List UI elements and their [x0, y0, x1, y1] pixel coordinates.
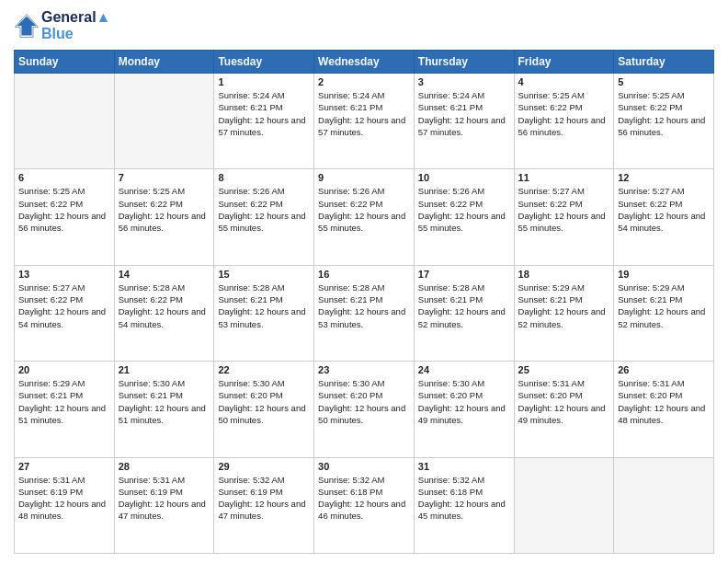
sunset: Sunset: 6:18 PM: [418, 487, 483, 497]
sunset: Sunset: 6:19 PM: [218, 487, 282, 497]
sunset: Sunset: 6:21 PM: [318, 294, 382, 304]
day-info: Sunrise: 5:32 AMSunset: 6:18 PMDaylight:…: [418, 474, 510, 523]
week-row-3: 13Sunrise: 5:27 AMSunset: 6:22 PMDayligh…: [15, 265, 714, 361]
day-info: Sunrise: 5:28 AMSunset: 6:21 PMDaylight:…: [418, 282, 510, 330]
sunrise: Sunrise: 5:31 AM: [518, 378, 585, 388]
calendar-cell: 11Sunrise: 5:27 AMSunset: 6:22 PMDayligh…: [514, 169, 614, 265]
calendar-cell: 13Sunrise: 5:27 AMSunset: 6:22 PMDayligh…: [15, 265, 115, 361]
day-number: 29: [218, 461, 310, 472]
sunrise: Sunrise: 5:28 AM: [418, 282, 484, 293]
calendar-cell: 14Sunrise: 5:28 AMSunset: 6:22 PMDayligh…: [114, 265, 214, 361]
sunset: Sunset: 6:22 PM: [318, 199, 382, 209]
sunset: Sunset: 6:20 PM: [318, 390, 382, 400]
day-number: 23: [318, 364, 410, 375]
sunset: Sunset: 6:22 PM: [18, 199, 83, 209]
day-info: Sunrise: 5:26 AMSunset: 6:22 PMDaylight:…: [418, 185, 510, 234]
daylight: Daylight: 12 hours and 54 minutes.: [119, 306, 206, 328]
sunrise: Sunrise: 5:28 AM: [119, 282, 185, 293]
day-number: 1: [218, 76, 310, 87]
sunrise: Sunrise: 5:30 AM: [119, 378, 185, 388]
sunset: Sunset: 6:22 PM: [618, 102, 682, 112]
weekday-header-friday: Friday: [514, 51, 614, 74]
calendar-cell: 21Sunrise: 5:30 AMSunset: 6:21 PMDayligh…: [114, 362, 214, 457]
day-info: Sunrise: 5:32 AMSunset: 6:19 PMDaylight:…: [218, 474, 310, 523]
calendar-cell: 2Sunrise: 5:24 AMSunset: 6:21 PMDaylight…: [314, 74, 415, 169]
day-info: Sunrise: 5:30 AMSunset: 6:20 PMDaylight:…: [218, 377, 310, 426]
day-number: 18: [518, 269, 610, 280]
calendar-cell: 30Sunrise: 5:32 AMSunset: 6:18 PMDayligh…: [314, 457, 415, 553]
calendar-table: SundayMondayTuesdayWednesdayThursdayFrid…: [14, 50, 714, 554]
sunrise: Sunrise: 5:30 AM: [418, 378, 484, 388]
calendar-cell: 8Sunrise: 5:26 AMSunset: 6:22 PMDaylight…: [214, 169, 314, 265]
week-row-1: 1Sunrise: 5:24 AMSunset: 6:21 PMDaylight…: [15, 74, 714, 169]
calendar-page: General▲ Blue SundayMondayTuesdayWednesd…: [0, 0, 728, 563]
daylight: Daylight: 12 hours and 53 minutes.: [318, 306, 405, 328]
day-number: 30: [318, 461, 410, 472]
daylight: Daylight: 12 hours and 57 minutes.: [218, 115, 305, 137]
sunrise: Sunrise: 5:30 AM: [318, 378, 384, 388]
daylight: Daylight: 12 hours and 54 minutes.: [18, 306, 106, 328]
daylight: Daylight: 12 hours and 51 minutes.: [18, 403, 106, 425]
logo: General▲ Blue: [14, 9, 110, 42]
calendar-cell: [114, 74, 214, 169]
day-info: Sunrise: 5:32 AMSunset: 6:18 PMDaylight:…: [318, 474, 410, 523]
sunset: Sunset: 6:22 PM: [119, 294, 183, 304]
calendar-cell: 16Sunrise: 5:28 AMSunset: 6:21 PMDayligh…: [314, 265, 415, 361]
day-number: 14: [119, 269, 210, 280]
daylight: Daylight: 12 hours and 56 minutes.: [518, 115, 606, 137]
calendar-cell: [514, 457, 614, 553]
daylight: Daylight: 12 hours and 48 minutes.: [618, 403, 705, 425]
weekday-header-monday: Monday: [114, 51, 214, 74]
day-number: 11: [518, 172, 610, 183]
day-info: Sunrise: 5:28 AMSunset: 6:21 PMDaylight:…: [218, 282, 310, 330]
day-number: 27: [18, 461, 110, 472]
calendar-cell: 18Sunrise: 5:29 AMSunset: 6:21 PMDayligh…: [514, 265, 614, 361]
day-info: Sunrise: 5:24 AMSunset: 6:21 PMDaylight:…: [218, 89, 310, 138]
day-info: Sunrise: 5:28 AMSunset: 6:21 PMDaylight:…: [318, 282, 410, 330]
calendar-cell: 12Sunrise: 5:27 AMSunset: 6:22 PMDayligh…: [614, 169, 714, 265]
daylight: Daylight: 12 hours and 50 minutes.: [218, 403, 305, 425]
calendar-cell: 3Sunrise: 5:24 AMSunset: 6:21 PMDaylight…: [414, 74, 514, 169]
day-number: 12: [618, 172, 710, 183]
calendar-cell: 20Sunrise: 5:29 AMSunset: 6:21 PMDayligh…: [15, 362, 115, 457]
daylight: Daylight: 12 hours and 53 minutes.: [218, 306, 305, 328]
calendar-cell: 4Sunrise: 5:25 AMSunset: 6:22 PMDaylight…: [514, 74, 614, 169]
sunset: Sunset: 6:19 PM: [18, 487, 83, 497]
daylight: Daylight: 12 hours and 45 minutes.: [418, 499, 506, 521]
sunset: Sunset: 6:19 PM: [119, 487, 183, 497]
calendar-cell: 22Sunrise: 5:30 AMSunset: 6:20 PMDayligh…: [214, 362, 314, 457]
day-info: Sunrise: 5:31 AMSunset: 6:19 PMDaylight:…: [119, 474, 210, 523]
day-number: 6: [18, 172, 110, 183]
calendar-cell: 31Sunrise: 5:32 AMSunset: 6:18 PMDayligh…: [414, 457, 514, 553]
sunset: Sunset: 6:18 PM: [318, 487, 382, 497]
sunrise: Sunrise: 5:25 AM: [518, 90, 585, 100]
logo-text: General▲ Blue: [41, 9, 110, 42]
sunset: Sunset: 6:22 PM: [18, 294, 83, 304]
sunset: Sunset: 6:21 PM: [518, 294, 583, 304]
daylight: Daylight: 12 hours and 49 minutes.: [518, 403, 606, 425]
sunset: Sunset: 6:21 PM: [18, 390, 83, 400]
sunset: Sunset: 6:21 PM: [618, 294, 682, 304]
day-number: 20: [18, 364, 110, 375]
day-info: Sunrise: 5:29 AMSunset: 6:21 PMDaylight:…: [518, 282, 610, 330]
day-number: 19: [618, 269, 710, 280]
daylight: Daylight: 12 hours and 55 minutes.: [318, 211, 405, 233]
day-info: Sunrise: 5:29 AMSunset: 6:21 PMDaylight:…: [18, 377, 110, 426]
sunrise: Sunrise: 5:28 AM: [318, 282, 384, 293]
daylight: Daylight: 12 hours and 56 minutes.: [618, 115, 705, 137]
daylight: Daylight: 12 hours and 46 minutes.: [318, 499, 405, 521]
daylight: Daylight: 12 hours and 56 minutes.: [119, 211, 206, 233]
sunrise: Sunrise: 5:25 AM: [18, 186, 85, 196]
sunset: Sunset: 6:20 PM: [618, 390, 682, 400]
sunset: Sunset: 6:22 PM: [418, 199, 483, 209]
day-info: Sunrise: 5:31 AMSunset: 6:20 PMDaylight:…: [618, 377, 710, 426]
sunset: Sunset: 6:21 PM: [418, 294, 483, 304]
daylight: Daylight: 12 hours and 57 minutes.: [318, 115, 405, 137]
calendar-cell: 7Sunrise: 5:25 AMSunset: 6:22 PMDaylight…: [114, 169, 214, 265]
day-number: 2: [318, 76, 410, 87]
day-number: 26: [618, 364, 710, 375]
sunrise: Sunrise: 5:25 AM: [618, 90, 684, 100]
sunrise: Sunrise: 5:28 AM: [218, 282, 284, 293]
sunrise: Sunrise: 5:26 AM: [218, 186, 284, 196]
sunset: Sunset: 6:22 PM: [618, 199, 682, 209]
